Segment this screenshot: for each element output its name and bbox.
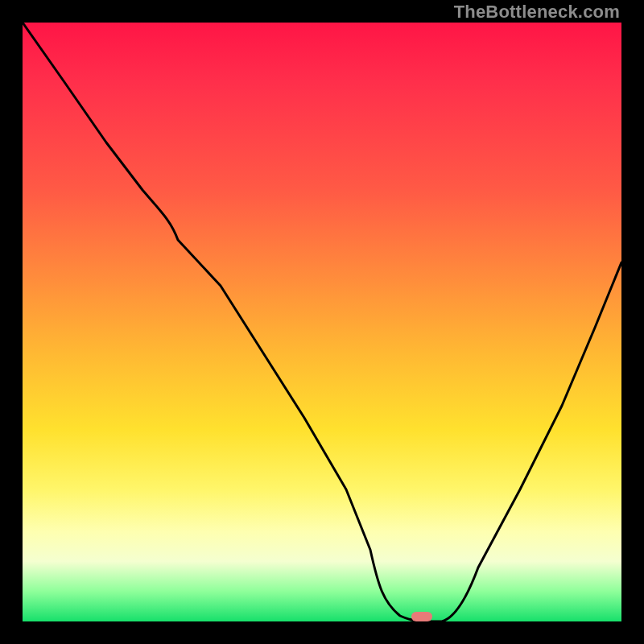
watermark-text: TheBottleneck.com [454,2,620,23]
bottleneck-curve [23,23,621,621]
curve-layer [23,23,621,621]
outer-frame: TheBottleneck.com [0,0,644,644]
optimal-marker [411,612,432,621]
